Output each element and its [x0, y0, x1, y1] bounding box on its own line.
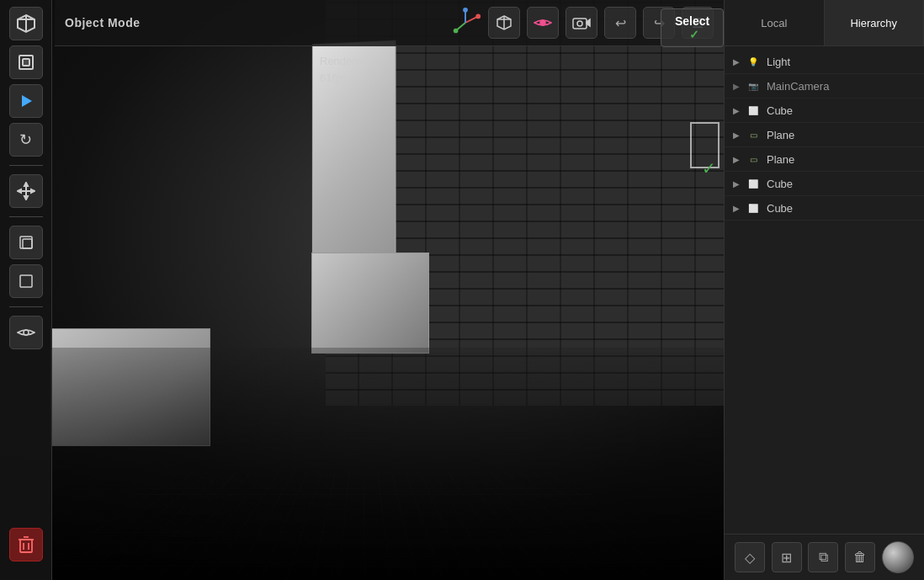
render-mode-text: Rendered: [320, 55, 368, 67]
tab-local[interactable]: Local: [725, 0, 825, 45]
render-mode-label: Rendered: [320, 55, 368, 67]
camera-icon: 📷: [746, 79, 760, 93]
panel-header: Local Hierarchy: [725, 0, 924, 46]
svg-rect-15: [20, 540, 32, 552]
camera-btn[interactable]: [566, 7, 597, 39]
select-check: ✓: [689, 28, 699, 41]
cube1-icon: ⬜: [746, 104, 760, 117]
panel-bottom-icons: ◇ ⊞ ⧉ 🗑: [725, 534, 924, 580]
diamond-btn[interactable]: ◇: [735, 542, 765, 572]
chair-seat: [311, 253, 429, 354]
left-toolbar: ↻: [0, 0, 52, 580]
eye-btn[interactable]: [9, 316, 43, 349]
arrow-plane2: ▶: [733, 155, 740, 164]
arrow-camera: ▶: [733, 82, 740, 91]
fps-label: 61fps: [320, 72, 347, 84]
play-btn[interactable]: [9, 84, 43, 118]
svg-marker-9: [18, 189, 21, 193]
svg-point-24: [454, 29, 459, 34]
svg-point-28: [540, 20, 545, 25]
cube2-icon: ⬜: [746, 177, 760, 190]
frame-btn[interactable]: [9, 45, 43, 79]
svg-rect-3: [23, 59, 29, 66]
move-btn[interactable]: [9, 174, 43, 208]
toolbar-divider-1: [9, 165, 43, 166]
hierarchy-item-cube3[interactable]: ▶ ⬜ Cube: [725, 196, 924, 221]
svg-rect-29: [573, 19, 587, 29]
hierarchy-label-plane1: Plane: [767, 129, 794, 141]
local-label: Local: [761, 17, 787, 29]
hierarchy-label: Hierarchy: [850, 17, 897, 29]
toolbar-divider-3: [9, 306, 43, 307]
arrow-light: ▶: [733, 57, 740, 67]
hierarchy-label-cube1: Cube: [767, 104, 793, 117]
svg-point-25: [463, 8, 468, 13]
refresh-btn[interactable]: ↻: [9, 123, 43, 157]
hierarchy-label-cube3: Cube: [767, 202, 793, 215]
delete-btn[interactable]: 🗑: [845, 542, 875, 572]
cube-view-btn[interactable]: [9, 7, 43, 40]
undo-btn[interactable]: ↩: [604, 7, 636, 39]
plane2-icon: ▭: [746, 152, 760, 166]
toolbar-divider-2: [9, 216, 43, 217]
hierarchy-label-light: Light: [767, 56, 790, 68]
svg-point-31: [577, 21, 582, 26]
svg-marker-7: [24, 183, 28, 186]
svg-point-23: [475, 14, 481, 19]
axes-gizmo: [449, 7, 481, 39]
hierarchy-item-camera[interactable]: ▶ 📷 MainCamera: [725, 74, 924, 98]
layers-bottom-btn[interactable]: [9, 264, 43, 298]
render-btn[interactable]: [527, 7, 559, 39]
plane1-icon: ▭: [746, 128, 760, 141]
svg-point-14: [24, 330, 29, 335]
top-toolbar: Object Mode ↩ ↪ ☰: [55, 0, 724, 46]
selection-checkmark: ✓: [702, 158, 716, 178]
arrow-cube1: ▶: [733, 106, 740, 115]
viewport: Rendered 61fps ✓: [0, 0, 724, 580]
floor-reflection: [0, 348, 724, 580]
arrow-cube2: ▶: [733, 179, 740, 189]
cube3-icon: ⬜: [746, 201, 760, 215]
layers-top-btn[interactable]: [9, 226, 43, 259]
grid-plus-btn[interactable]: ⊞: [772, 542, 802, 572]
hierarchy-list: ▶ 💡 Light ▶ 📷 MainCamera ▶ ⬜ Cube ▶ ▭ Pl…: [725, 46, 924, 534]
select-button[interactable]: Select ✓: [661, 8, 724, 47]
tab-hierarchy[interactable]: Hierarchy: [825, 0, 925, 45]
svg-marker-10: [31, 189, 35, 193]
arrow-cube3: ▶: [733, 204, 740, 213]
svg-marker-4: [22, 95, 32, 107]
select-label: Select: [675, 14, 709, 28]
right-panel: Local Hierarchy ▶ 💡 Light ▶ 📷 MainCamera…: [724, 0, 924, 580]
hierarchy-label-camera: MainCamera: [767, 80, 829, 93]
hierarchy-item-plane1[interactable]: ▶ ▭ Plane: [725, 123, 924, 147]
svg-rect-12: [23, 239, 32, 248]
svg-rect-11: [20, 237, 32, 248]
delete-btn-left[interactable]: [9, 528, 43, 561]
sphere-btn[interactable]: [882, 541, 914, 573]
hierarchy-item-light[interactable]: ▶ 💡 Light: [725, 50, 924, 74]
mode-label: Object Mode: [65, 16, 141, 29]
copy-btn[interactable]: ⧉: [808, 542, 838, 572]
hierarchy-label-cube2: Cube: [767, 178, 793, 190]
arrow-plane1: ▶: [733, 130, 740, 140]
svg-rect-13: [20, 275, 32, 287]
hierarchy-item-cube1[interactable]: ▶ ⬜ Cube: [725, 98, 924, 123]
hierarchy-label-plane2: Plane: [767, 153, 794, 166]
fps-text: 61fps: [320, 72, 347, 84]
hierarchy-item-cube2[interactable]: ▶ ⬜ Cube: [725, 172, 924, 196]
light-icon: 💡: [746, 55, 760, 68]
hierarchy-item-plane2[interactable]: ▶ ▭ Plane: [725, 147, 924, 172]
object-type-btn[interactable]: [488, 7, 520, 39]
svg-marker-8: [24, 196, 28, 200]
